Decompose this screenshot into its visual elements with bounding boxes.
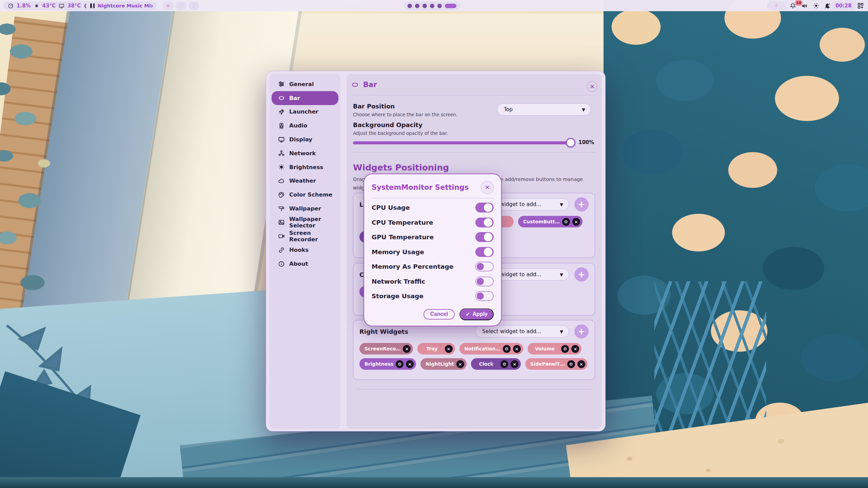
memory-usage-toggle[interactable] — [475, 247, 494, 257]
cpu-usage-toggle[interactable] — [475, 203, 494, 212]
sidebar-item-label: Weather — [289, 178, 316, 184]
close-icon: ✕ — [485, 184, 490, 191]
media-player[interactable]: Nightcore Music Mix 20… — [86, 1, 157, 10]
clock[interactable]: 00:28 — [831, 1, 856, 10]
network-traffic-toggle[interactable] — [475, 277, 494, 286]
monitor-icon — [59, 3, 64, 9]
chip-remove-button[interactable]: × — [511, 360, 518, 368]
sidebar-item-label: Bar — [289, 95, 300, 101]
systemmonitor-settings-modal: SystemMonitor Settings ✕ CPU Usage CPU T… — [363, 174, 502, 326]
brightness-button[interactable] — [811, 1, 821, 10]
sidebar-item-wallpaper-selector[interactable]: Wallpaper Selector — [272, 216, 338, 229]
memory-as-percentage-toggle[interactable] — [475, 262, 494, 271]
chip-settings-button[interactable]: ⚙ — [567, 360, 575, 368]
close-icon: ✕ — [590, 83, 595, 90]
widget-chip-nightlight[interactable]: NightLight × — [420, 358, 467, 370]
widget-chip-brightness[interactable]: Brightness ⚙ × — [359, 358, 416, 370]
modal-close-button[interactable]: ✕ — [481, 181, 494, 194]
sliders-icon — [278, 81, 285, 87]
sidebar-item-bar[interactable]: Bar — [272, 91, 338, 105]
background-opacity-slider[interactable] — [353, 138, 573, 147]
heart-button-1[interactable]: ♡ — [176, 1, 186, 10]
sun-icon — [813, 3, 819, 9]
cancel-button[interactable]: Cancel — [423, 309, 455, 320]
chip-remove-button[interactable]: × — [513, 345, 521, 353]
toggle-row-network-traffic: Network Traffic — [372, 274, 494, 289]
dropdown-placeholder: Select widget to add... — [482, 328, 541, 334]
gpu-temperature-toggle[interactable] — [475, 232, 494, 242]
sidebar-item-general[interactable]: General — [272, 77, 338, 91]
close-icon: × — [408, 362, 412, 367]
toggle-label: Memory As Percentage — [372, 263, 475, 270]
widget-chip-screenrecorder[interactable]: ScreenReco… × — [359, 343, 413, 354]
sidebar-item-launcher[interactable]: Launcher — [272, 105, 338, 119]
link-icon — [278, 247, 285, 253]
chip-settings-button[interactable]: ⚙ — [562, 218, 570, 226]
sidebar-item-weather[interactable]: Weather — [272, 174, 338, 188]
close-icon: × — [573, 346, 577, 351]
center-widget-add-button[interactable]: + — [574, 267, 589, 282]
workspace-dot[interactable] — [430, 4, 434, 8]
chip-label: Tray — [426, 346, 437, 351]
widget-chip-volume[interactable]: Volume ⚙ × — [528, 343, 582, 354]
workspace-dot[interactable] — [422, 4, 427, 8]
gear-icon: ⚙ — [502, 362, 507, 367]
toggle-knob — [477, 278, 484, 285]
dashboard-button[interactable] — [856, 1, 865, 10]
sidebar-item-color-scheme[interactable]: Color Scheme — [272, 188, 338, 202]
workspace-dot[interactable] — [408, 4, 412, 8]
chip-settings-button[interactable]: ⚙ — [500, 360, 508, 368]
skull-button[interactable]: ☠ — [163, 1, 174, 10]
close-icon: × — [513, 362, 516, 367]
chevron-down-icon: ▼ — [560, 202, 563, 207]
widget-chip-sidepanel[interactable]: SidePanelT… ⚙ × — [525, 358, 588, 370]
toggle-knob — [484, 218, 492, 227]
left-widget-add-button[interactable]: + — [574, 197, 589, 211]
sidebar-item-screen-recorder[interactable]: Screen Recorder — [272, 229, 338, 243]
workspace-dot[interactable] — [415, 4, 419, 8]
bar-position-dropdown[interactable]: Top ▼ — [497, 103, 591, 116]
toggle-label: Storage Usage — [372, 292, 475, 300]
apply-button[interactable]: ✓ Apply — [459, 308, 494, 320]
cpu-temperature-toggle[interactable] — [475, 218, 494, 227]
widget-chip-custombutton[interactable]: CustomButt… ⚙ × — [518, 216, 583, 227]
right-widget-add-button[interactable]: + — [574, 324, 589, 339]
storage-usage-toggle[interactable] — [475, 291, 494, 301]
network-nodes-icon — [278, 150, 285, 157]
sidebar-item-about[interactable]: About — [272, 257, 338, 271]
chip-remove-button[interactable]: × — [572, 218, 580, 226]
cpu-temp-value: 43°C — [42, 3, 56, 9]
sidebar-item-display[interactable]: Display — [272, 133, 338, 146]
widget-chip-clock[interactable]: Clock ⚙ × — [471, 358, 521, 370]
window-close-button[interactable]: ✕ — [587, 81, 597, 92]
chip-remove-button[interactable]: × — [577, 360, 585, 368]
chip-remove-button[interactable]: × — [406, 360, 414, 368]
sidebar-item-wallpaper[interactable]: Wallpaper — [272, 202, 338, 216]
chip-label: NightLight — [426, 361, 454, 367]
chip-remove-button[interactable]: × — [403, 345, 411, 353]
workspace-indicator[interactable] — [404, 1, 460, 10]
sidebar-item-network[interactable]: Network — [272, 146, 338, 160]
chip-settings-button[interactable]: ⚙ — [561, 345, 569, 353]
workspace-dot[interactable] — [437, 4, 442, 8]
chip-settings-button[interactable]: ⚙ — [503, 345, 511, 353]
status-bar: 1.8% 43°C 38°C 9.7G Nightcore Music Mix … — [0, 0, 868, 11]
widget-chip-notifications[interactable]: Notification… ⚙ × — [459, 343, 523, 354]
widget-chip-tray[interactable]: Tray × — [417, 343, 455, 354]
skull-icon: ☠ — [166, 3, 170, 9]
heart-button-2[interactable]: ♡ — [189, 1, 199, 10]
sidebar-item-hooks[interactable]: Hooks — [272, 243, 338, 257]
chip-remove-button[interactable]: × — [456, 360, 464, 368]
slider-track[interactable] — [353, 141, 571, 144]
slider-handle[interactable] — [566, 138, 575, 147]
chip-remove-button[interactable]: × — [571, 345, 579, 353]
chip-settings-button[interactable]: ⚙ — [396, 360, 403, 368]
workspace-active[interactable] — [445, 4, 456, 8]
sidebar-item-audio[interactable]: Audio — [272, 119, 338, 133]
right-widget-add-dropdown[interactable]: Select widget to add... ▼ — [475, 325, 569, 338]
sidebar-item-label: Wallpaper Selector — [289, 216, 338, 229]
chip-remove-button[interactable]: × — [445, 345, 453, 353]
sidebar-item-brightness[interactable]: Brightness — [272, 160, 338, 174]
gesture-button[interactable]: ✌ — [767, 1, 786, 10]
settings-sidebar: General Bar Launcher Audio Display Netwo… — [270, 74, 340, 429]
